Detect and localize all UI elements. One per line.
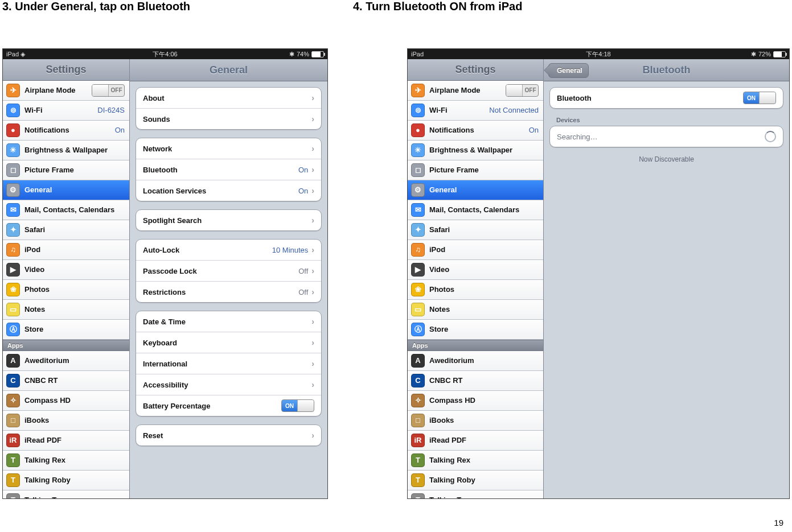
app-icon: ▭ <box>411 303 425 316</box>
settings-row[interactable]: Accessibility› <box>136 374 321 395</box>
sidebar-item[interactable]: ●NotificationsOn <box>3 121 129 141</box>
app-icon: ⚙ <box>411 183 425 197</box>
searching-label: Searching… <box>557 133 765 141</box>
row-label: Aweditorium <box>429 356 539 365</box>
sidebar-app-item[interactable]: TTalking Roby <box>408 471 543 490</box>
sidebar-item[interactable]: ◻Picture Frame <box>3 160 129 180</box>
sidebar-app-item[interactable]: iRiRead PDF <box>3 431 129 451</box>
settings-row[interactable]: Battery PercentageON <box>136 395 321 416</box>
sidebar-item[interactable]: ⊚Wi-FiDI-624S <box>3 101 129 121</box>
row-label: Photos <box>24 285 125 294</box>
row-label: Video <box>429 265 539 274</box>
sidebar-item[interactable]: ✦Safari <box>408 220 543 240</box>
sidebar-app-item[interactable]: TTalking Tom <box>408 490 543 498</box>
sidebar-item[interactable]: ✦Safari <box>3 220 129 240</box>
sidebar-app-item[interactable]: CCNBC RT <box>408 371 543 391</box>
row-label: Notes <box>24 305 125 314</box>
app-icon: T <box>411 453 425 467</box>
sidebar-item[interactable]: ▶Video <box>408 260 543 280</box>
bluetooth-label: Bluetooth <box>557 94 743 102</box>
row-label: Compass HD <box>24 396 125 405</box>
sidebar-app-item[interactable]: AAweditorium <box>3 351 129 371</box>
sidebar-item[interactable]: ▭Notes <box>3 300 129 320</box>
settings-row[interactable]: About› <box>136 88 321 109</box>
settings-group: About›Sounds› <box>136 87 322 130</box>
row-label: Talking Rex <box>429 456 539 464</box>
sidebar-item[interactable]: ♫iPod <box>408 240 543 260</box>
app-icon: ❀ <box>411 283 425 296</box>
sidebar-item[interactable]: ♫iPod <box>3 240 129 260</box>
sidebar-app-item[interactable]: CCNBC RT <box>3 371 129 391</box>
row-label: Mail, Contacts, Calendars <box>429 205 539 214</box>
row-label: Accessibility <box>143 381 311 389</box>
app-icon: ♫ <box>411 243 425 257</box>
row-label: Restrictions <box>143 288 298 296</box>
settings-row[interactable]: Sounds› <box>136 109 321 129</box>
row-label: Date & Time <box>143 317 311 326</box>
row-label: General <box>429 185 539 194</box>
bluetooth-pane: General Bluetooth Bluetooth ON Devices S… <box>544 59 789 498</box>
sidebar-item[interactable]: ⊚Wi-FiNot Connected <box>408 101 543 121</box>
sidebar-item[interactable]: ✉Mail, Contacts, Calendars <box>3 200 129 220</box>
settings-row[interactable]: Keyboard› <box>136 332 321 353</box>
back-button[interactable]: General <box>548 63 589 78</box>
app-icon: ✧ <box>6 394 20 407</box>
sidebar-item[interactable]: ●NotificationsOn <box>408 121 543 141</box>
settings-row[interactable]: RestrictionsOff› <box>136 282 321 302</box>
sidebar-item[interactable]: ⚙General <box>408 180 543 200</box>
sidebar-item[interactable]: ▶Video <box>3 260 129 280</box>
sidebar-app-item[interactable]: □iBooks <box>408 411 543 431</box>
sidebar-item[interactable]: ✈Airplane ModeOFF <box>408 81 543 101</box>
app-icon: ◻ <box>411 163 425 177</box>
row-label: Photos <box>429 285 539 294</box>
row-value: Off <box>298 267 308 275</box>
settings-row[interactable]: Location ServicesOn› <box>136 180 321 201</box>
chevron-right-icon: › <box>311 245 314 254</box>
settings-row[interactable]: International› <box>136 353 321 374</box>
sidebar-app-item[interactable]: ✧Compass HD <box>408 391 543 411</box>
app-icon: ❀ <box>6 283 20 296</box>
toggle-on[interactable]: ON <box>281 399 314 412</box>
app-icon: ☀ <box>6 143 20 157</box>
row-label: Talking Roby <box>429 476 539 484</box>
sidebar-item[interactable]: ☀Brightness & Wallpaper <box>3 141 129 160</box>
sidebar-app-item[interactable]: TTalking Roby <box>3 471 129 490</box>
sidebar-item[interactable]: ❀Photos <box>3 280 129 300</box>
page-number: 19 <box>774 518 783 527</box>
settings-row[interactable]: Auto-Lock10 Minutes› <box>136 240 321 261</box>
settings-row[interactable]: Date & Time› <box>136 311 321 332</box>
sidebar-item[interactable]: ⚙General <box>3 180 129 200</box>
sidebar-item[interactable]: ▭Notes <box>408 300 543 320</box>
row-label: iPod <box>429 245 539 254</box>
chevron-right-icon: › <box>311 431 314 440</box>
sidebar-app-item[interactable]: □iBooks <box>3 411 129 431</box>
toggle-off[interactable]: OFF <box>92 84 125 97</box>
sidebar-app-item[interactable]: AAweditorium <box>408 351 543 371</box>
app-icon: ✉ <box>411 203 425 217</box>
toggle-off[interactable]: OFF <box>506 84 539 97</box>
settings-row[interactable]: Reset› <box>136 425 321 446</box>
sidebar-app-item[interactable]: iRiRead PDF <box>408 431 543 451</box>
sidebar-app-item[interactable]: ✧Compass HD <box>3 391 129 411</box>
sidebar-item[interactable]: ✈Airplane ModeOFF <box>3 81 129 101</box>
sidebar-item[interactable]: ✉Mail, Contacts, Calendars <box>408 200 543 220</box>
sidebar-app-item[interactable]: TTalking Tom <box>3 490 129 498</box>
settings-row[interactable]: Network› <box>136 138 321 159</box>
settings-row[interactable]: Spotlight Search› <box>136 210 321 230</box>
bluetooth-toggle[interactable]: ON <box>743 92 776 104</box>
row-value: 10 Minutes <box>272 246 309 254</box>
app-icon: T <box>411 493 425 498</box>
app-icon: □ <box>6 414 20 427</box>
settings-row[interactable]: Passcode LockOff› <box>136 261 321 282</box>
sidebar-app-item[interactable]: TTalking Rex <box>408 451 543 471</box>
sidebar-app-item[interactable]: TTalking Rex <box>3 451 129 471</box>
sidebar-item[interactable]: ⒶStore <box>3 320 129 340</box>
bluetooth-toggle-row[interactable]: Bluetooth ON <box>550 88 783 108</box>
app-icon: T <box>6 453 20 467</box>
settings-row[interactable]: BluetoothOn› <box>136 159 321 180</box>
sidebar-item[interactable]: ⒶStore <box>408 320 543 340</box>
sidebar-item[interactable]: ◻Picture Frame <box>408 160 543 180</box>
settings-sidebar: Settings ✈Airplane ModeOFF⊚Wi-FiNot Conn… <box>408 59 544 498</box>
sidebar-item[interactable]: ☀Brightness & Wallpaper <box>408 141 543 160</box>
sidebar-item[interactable]: ❀Photos <box>408 280 543 300</box>
